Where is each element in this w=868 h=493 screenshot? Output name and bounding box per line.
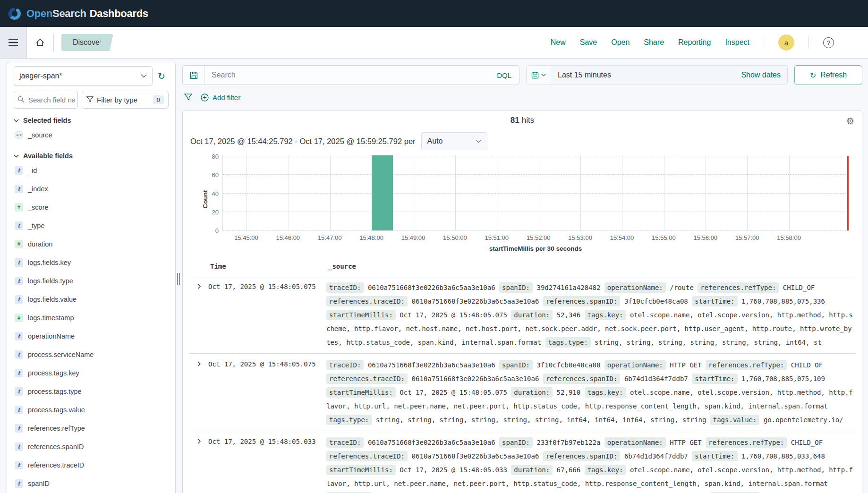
field-type-icon: t (15, 406, 23, 414)
field-value: 0610a751668f3e0226b3a6c5aa3e10a6 (412, 452, 539, 460)
field-value: 52,346 (557, 311, 581, 319)
x-gridline (330, 155, 331, 230)
field-key-badge: spanID: (499, 282, 533, 293)
nav-action-reporting[interactable]: Reporting (678, 38, 711, 47)
field-type-icon: t (15, 185, 23, 193)
field-key-badge: references.traceID: (326, 296, 408, 306)
field-list-item[interactable]: t process.tags.key (14, 364, 169, 382)
expand-row-button[interactable] (196, 281, 208, 349)
field-list-item[interactable]: t _id (14, 161, 169, 179)
field-list-item[interactable]: t _index (14, 179, 169, 198)
column-header-source[interactable]: _source (328, 263, 855, 270)
histogram-bar[interactable] (372, 155, 392, 230)
search-input[interactable] (205, 66, 489, 85)
field-list-item[interactable]: t references.spanID (14, 437, 169, 456)
x-gridline (580, 155, 581, 230)
field-list-item[interactable]: t references.traceID (14, 456, 169, 474)
expand-row-button[interactable] (196, 436, 208, 493)
field-type-icon: </> (15, 131, 23, 139)
sidebar-resize-handle[interactable] (177, 273, 181, 285)
field-list-item[interactable]: # _score (14, 198, 169, 216)
field-name: operationName (28, 332, 75, 340)
field-list-item[interactable]: t _type (14, 216, 169, 235)
available-fields-header[interactable]: Available fields (14, 152, 169, 160)
field-list-item[interactable]: t logs.fields.type (14, 272, 169, 290)
field-type-icon: t (15, 442, 23, 451)
available-fields-list: t _id t _index # _score t _type # durati… (14, 161, 169, 493)
field-type-icon: t (15, 424, 23, 433)
y-axis-tick-label: 0 (215, 227, 219, 234)
field-type-icon: t (15, 332, 23, 340)
refresh-button[interactable]: ↻ Refresh (794, 65, 862, 85)
field-list-item[interactable]: # duration (14, 235, 169, 253)
refresh-index-icon[interactable]: ↻ (154, 71, 169, 82)
field-value: /route (670, 284, 694, 291)
user-avatar[interactable]: a (778, 34, 794, 51)
y-axis-tick-label: 80 (212, 153, 219, 160)
time-range-value[interactable]: Last 15 minutes (551, 71, 618, 79)
menu-button[interactable] (0, 27, 27, 58)
nav-action-inspect[interactable]: Inspect (725, 38, 749, 47)
field-value: 52,910 (557, 389, 581, 396)
column-header-time[interactable]: Time (210, 263, 328, 270)
fields-sidebar: jaeger-span* ↻ Filter by type 0 (7, 62, 176, 493)
field-name: _id (28, 167, 37, 174)
field-list-item[interactable]: t process.serviceName (14, 345, 169, 364)
expand-row-button[interactable] (196, 358, 208, 427)
field-key-badge: traceID: (326, 282, 364, 293)
filter-funnel-icon[interactable] (184, 94, 192, 101)
opensearch-logo-icon[interactable] (8, 7, 22, 21)
gear-icon[interactable]: ⚙ (846, 116, 854, 127)
home-button[interactable] (27, 27, 53, 58)
nav-action-open[interactable]: Open (611, 38, 630, 47)
field-list-item[interactable]: # logs.timestamp (14, 308, 169, 327)
field-key-badge: references.traceID: (326, 451, 408, 461)
x-gridline (539, 155, 539, 230)
field-key-badge: operationName: (604, 437, 666, 448)
brand-search: Search (52, 8, 86, 19)
source-cell: traceID: 0610a751668f3e0226b3a6c5aa3e10a… (326, 436, 855, 493)
field-name: _score (28, 204, 49, 211)
field-key-badge: tags.type: (545, 337, 591, 348)
x-axis-tick-label: 15:52:00 (527, 234, 551, 241)
field-key-badge: references.refType: (706, 437, 787, 448)
field-list-item[interactable]: t process.tags.type (14, 382, 169, 400)
field-list-item[interactable]: t process.tags.value (14, 400, 169, 419)
interval-select[interactable]: Auto (421, 132, 487, 150)
field-value: 6b74d1d364f7ddb7 (624, 375, 688, 382)
x-axis-tick-label: 15:51:00 (485, 234, 509, 241)
filter-by-type-button[interactable]: Filter by type 0 (82, 91, 169, 109)
field-value: 0610a751668f3e0226b3a6c5aa3e10a6 (412, 375, 539, 382)
field-key-badge: references.spanID: (543, 374, 621, 384)
add-filter-button[interactable]: Add filter (201, 94, 240, 102)
field-value: 6b74d1d364f7ddb7 (624, 452, 688, 460)
field-value: CHILD_OF (791, 439, 823, 446)
field-list-item[interactable]: t logs.fields.key (14, 253, 169, 272)
nav-toolbar: Discover New Save Open Share Reporting I… (0, 27, 868, 59)
x-axis-tick-label: 15:58:00 (777, 234, 801, 241)
field-key-badge: duration: (511, 310, 553, 320)
save-query-button[interactable] (183, 66, 205, 85)
quick-select-button[interactable] (527, 66, 551, 85)
field-type-icon: t (15, 277, 23, 285)
selected-fields-header[interactable]: Selected fields (14, 117, 169, 124)
query-language-button[interactable]: DQL (489, 66, 519, 85)
field-value: CHILD_OF (791, 361, 823, 369)
breadcrumb-tab-discover[interactable]: Discover (61, 34, 106, 51)
field-list-item[interactable]: </> _source (14, 126, 169, 144)
field-key-badge: references.spanID: (543, 296, 621, 306)
divider (53, 34, 54, 51)
index-pattern-select[interactable]: jaeger-span* (14, 66, 153, 86)
field-list-item[interactable]: t operationName (14, 327, 169, 345)
help-icon[interactable]: ? (823, 37, 834, 48)
nav-action-share[interactable]: Share (644, 38, 664, 47)
histogram-plot-area: 020406080 (222, 155, 849, 231)
filter-count-badge: 0 (153, 95, 164, 104)
y-gridline (223, 156, 849, 156)
field-list-item[interactable]: t logs.fields.value (14, 290, 169, 308)
field-list-item[interactable]: t references.refType (14, 419, 169, 437)
field-list-item[interactable]: t spanID (14, 474, 169, 493)
nav-action-save[interactable]: Save (580, 38, 597, 47)
show-dates-button[interactable]: Show dates (734, 71, 787, 79)
nav-action-new[interactable]: New (551, 38, 566, 47)
